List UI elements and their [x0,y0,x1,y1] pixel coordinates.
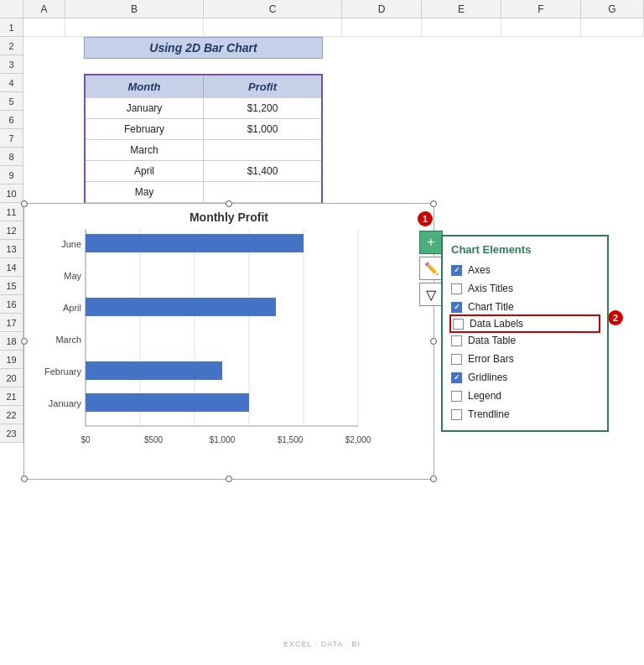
spreadsheet-title: Using 2D Bar Chart [84,37,323,59]
cell-b1[interactable] [65,18,204,37]
checkbox-data-labels[interactable] [453,319,464,330]
row-num-18: 18 [0,332,23,351]
checkbox-chart-title[interactable] [451,302,462,313]
cell-g1[interactable] [581,18,644,37]
panel-item-legend: Legend [451,387,599,405]
row-num-6: 6 [0,111,23,129]
row-num-9: 9 [0,166,23,184]
svg-text:$0: $0 [80,435,91,444]
checkbox-axes[interactable] [451,265,462,276]
title-text: Using 2D Bar Chart [149,41,257,55]
col-header-c: C [204,0,342,18]
chart-svg: June May April March February January $0 [31,229,427,460]
label-trendline: Trendline [468,408,510,420]
cell-may-month[interactable]: May [86,182,204,202]
panel-title: Chart Elements [451,243,599,256]
svg-text:February: February [44,366,82,377]
col-header-f: F [501,0,581,18]
cell-march-month[interactable]: March [86,140,204,160]
panel-item-axis-titles: Axis Titles [451,279,599,298]
row-num-2: 2 [0,37,23,55]
chart-tools: + ✏️ ▽ [419,231,443,306]
svg-text:$1,500: $1,500 [278,435,304,444]
svg-rect-17 [86,393,249,412]
plus-icon: + [427,235,434,250]
label-legend: Legend [468,390,501,402]
badge-1-label: 1 [423,214,428,224]
table-header-month: Month [86,75,204,97]
checkbox-data-table[interactable] [451,335,462,346]
svg-text:March: March [55,335,81,345]
row-num-8: 8 [0,148,23,166]
svg-text:April: April [63,303,81,313]
column-headers: A B C D E F G [0,0,644,18]
cell-may-profit[interactable] [204,182,321,202]
handle-ml[interactable] [21,338,28,345]
col-header-g: G [581,0,644,18]
checkbox-legend[interactable] [451,391,462,402]
cell-e1[interactable] [422,18,501,37]
cell-april-month[interactable]: April [86,161,204,181]
row-num-5: 5 [0,92,23,111]
filter-icon: ▽ [426,287,436,303]
table-row-may: May [86,181,321,202]
table-row-january: January $1,200 [86,97,321,118]
handle-bc[interactable] [226,475,232,482]
row-num-20: 20 [0,369,23,387]
row-num-23: 23 [0,424,23,443]
checkbox-trendline[interactable] [451,409,462,420]
cell-d1[interactable] [342,18,422,37]
row-num-11: 11 [0,203,23,221]
row-num-7: 7 [0,129,23,148]
col-header-a: A [23,0,65,18]
checkbox-gridlines[interactable] [451,372,462,383]
table-header-profit: Profit [204,75,321,97]
table-row-march: March [86,139,321,160]
row-num-15: 15 [0,277,23,295]
cell-a1[interactable] [23,18,65,37]
svg-rect-15 [86,298,276,316]
svg-text:January: January [49,398,82,408]
cell-february-profit[interactable]: $1,000 [204,119,321,139]
cell-c1[interactable] [204,18,342,37]
label-axis-titles: Axis Titles [468,283,513,294]
cell-f1[interactable] [501,18,581,37]
cell-february-month[interactable]: February [86,119,204,139]
col-header-d: D [342,0,422,18]
svg-text:$2,000: $2,000 [345,435,371,444]
table-header-row: Month Profit [86,75,321,97]
chart-filters-button[interactable]: ▽ [419,283,443,306]
cell-january-month[interactable]: January [86,98,204,118]
cell-april-profit[interactable]: $1,400 [204,161,321,181]
panel-item-axes: Axes [451,261,599,279]
row-num-22: 22 [0,406,23,424]
checkbox-error-bars[interactable] [451,354,462,365]
grid-row-1 [23,18,644,37]
cell-march-profit[interactable] [204,140,321,160]
row-num-21: 21 [0,387,23,406]
label-data-labels: Data Labels [470,318,523,330]
chart-elements-button[interactable]: + [419,231,443,254]
row-num-14: 14 [0,258,23,277]
checkbox-axis-titles[interactable] [451,283,462,294]
handle-tc[interactable] [226,200,232,207]
chart-styles-button[interactable]: ✏️ [419,257,443,280]
panel-item-data-labels: Data Labels [449,314,600,333]
svg-text:May: May [64,271,81,281]
svg-rect-16 [86,361,222,380]
cell-january-profit[interactable]: $1,200 [204,98,321,118]
svg-text:June: June [61,239,81,249]
label-axes: Axes [468,264,491,276]
watermark: EXCEL · DATA · BI [283,640,361,648]
handle-mr[interactable] [430,338,437,345]
svg-text:$1,000: $1,000 [210,435,236,444]
svg-text:$500: $500 [144,435,164,444]
panel-item-chart-title: Chart Title [451,298,599,316]
handle-bl[interactable] [21,475,28,482]
handle-br[interactable] [430,475,437,482]
handle-tr[interactable] [430,200,437,207]
label-chart-title: Chart Title [468,301,514,313]
row-num-19: 19 [0,351,23,369]
badge-2-label: 2 [613,313,618,323]
handle-tl[interactable] [21,200,28,207]
